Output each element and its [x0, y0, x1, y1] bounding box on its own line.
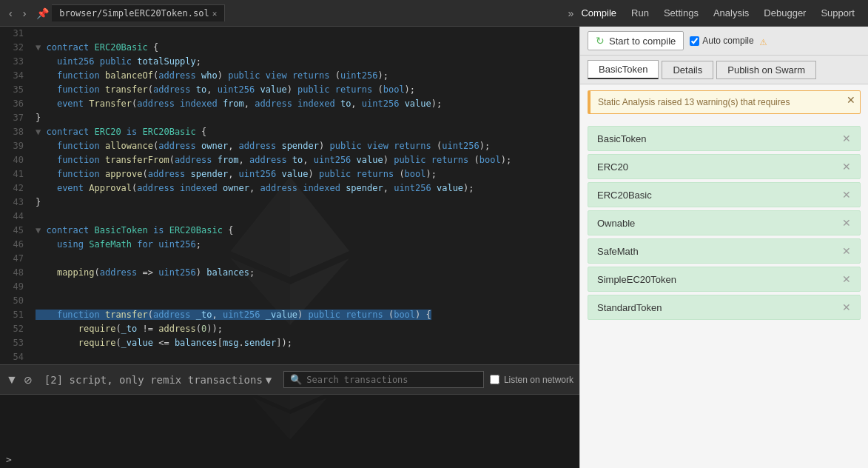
- script-dropdown[interactable]: [2] script, only remix transactions ▼: [38, 372, 277, 388]
- eth-watermark: [231, 177, 349, 327]
- dropdown-arrow-icon: ▼: [266, 374, 272, 386]
- contract-close-1[interactable]: ✕: [842, 161, 851, 173]
- warning-close-button[interactable]: ✕: [847, 94, 855, 106]
- list-item[interactable]: SafeMath ✕: [588, 238, 861, 264]
- search-icon: 🔍: [290, 374, 302, 385]
- menu-support[interactable]: Support: [813, 0, 862, 27]
- menu-run[interactable]: Run: [624, 0, 656, 27]
- contract-name-1: ERC20: [597, 161, 628, 173]
- warning-text: Static Analysis raised 13 warning(s) tha…: [598, 97, 790, 107]
- terminal-down-button[interactable]: ▼: [6, 373, 18, 387]
- terminal-circle-button[interactable]: ⊘: [24, 374, 33, 386]
- contract-name-6: StandardToken: [597, 302, 662, 313]
- contract-close-0[interactable]: ✕: [842, 133, 851, 144]
- contract-close-3[interactable]: ✕: [842, 217, 851, 229]
- tab-close-button[interactable]: ✕: [212, 9, 218, 19]
- tab-label: browser/SimpleERC20Token.sol: [59, 8, 209, 19]
- contract-name-2: ERC20Basic: [597, 190, 652, 201]
- editor-tab[interactable]: browser/SimpleERC20Token.sol ✕: [52, 4, 225, 21]
- compile-icon: ↻: [596, 35, 605, 47]
- overflow-button[interactable]: »: [568, 7, 574, 19]
- nav-controls: ‹ › 📌: [6, 6, 52, 21]
- search-input[interactable]: [306, 375, 477, 385]
- listen-on-network-label: Listen on network: [490, 375, 573, 385]
- publish-button[interactable]: Publish on Swarm: [716, 61, 816, 79]
- auto-compile-checkbox[interactable]: [690, 36, 699, 46]
- main-area: 31 32 33 34 35 36 37 38 39 40 41 42 43 4…: [0, 27, 868, 468]
- start-compile-button[interactable]: ↻ Start to compile: [588, 31, 684, 50]
- console-area: >: [0, 394, 579, 468]
- menu-analysis[interactable]: Analysis: [706, 0, 756, 27]
- listen-checkbox[interactable]: [490, 375, 499, 384]
- contract-close-6[interactable]: ✕: [842, 301, 851, 313]
- code-panel: 31 32 33 34 35 36 37 38 39 40 41 42 43 4…: [0, 27, 579, 468]
- auto-compile-text: Auto compile: [702, 36, 753, 46]
- contract-close-5[interactable]: ✕: [842, 273, 851, 285]
- code-editor[interactable]: 31 32 33 34 35 36 37 38 39 40 41 42 43 4…: [0, 27, 579, 364]
- basic-token-tab[interactable]: BasicToken: [588, 60, 659, 79]
- console-prompt: >: [0, 451, 579, 468]
- contract-close-2[interactable]: ✕: [842, 189, 851, 201]
- back-button[interactable]: ‹: [6, 6, 16, 21]
- pin-button[interactable]: 📌: [33, 6, 52, 21]
- contract-name-5: SimpleEC20Token: [597, 274, 676, 285]
- warning-banner: Static Analysis raised 13 warning(s) tha…: [588, 90, 861, 114]
- top-menu: Compile Run Settings Analysis Debugger S…: [573, 0, 862, 27]
- right-panel: ↻ Start to compile Auto compile ⚠ BasicT…: [579, 27, 868, 468]
- list-item[interactable]: ERC20 ✕: [588, 154, 861, 179]
- svg-marker-1: [231, 177, 290, 277]
- contract-name-3: Ownable: [597, 218, 635, 229]
- menu-debugger[interactable]: Debugger: [756, 0, 813, 27]
- auto-compile-label: Auto compile: [690, 36, 753, 46]
- list-item[interactable]: Ownable ✕: [588, 210, 861, 235]
- contract-name-4: SafeMath: [597, 246, 639, 257]
- line-numbers: 31 32 33 34 35 36 37 38 39 40 41 42 43 4…: [0, 27, 30, 364]
- compile-header: ↻ Start to compile Auto compile ⚠: [580, 27, 868, 56]
- contract-close-4[interactable]: ✕: [842, 245, 851, 257]
- list-item[interactable]: ERC20Basic ✕: [588, 182, 861, 207]
- contract-name-0: BasicToken: [597, 133, 646, 144]
- contract-tabs: BasicToken Details Publish on Swarm: [580, 56, 868, 84]
- warning-icon: ⚠: [760, 34, 767, 48]
- list-item[interactable]: SimpleEC20Token ✕: [588, 267, 861, 292]
- menu-compile[interactable]: Compile: [573, 0, 624, 27]
- search-box: 🔍: [283, 371, 484, 388]
- menu-settings[interactable]: Settings: [656, 0, 706, 27]
- details-button[interactable]: Details: [662, 61, 713, 79]
- compile-btn-label: Start to compile: [609, 36, 676, 47]
- listen-text: Listen on network: [504, 375, 573, 385]
- top-bar: ‹ › 📌 browser/SimpleERC20Token.sol ✕ » C…: [0, 0, 868, 27]
- list-item[interactable]: BasicToken ✕: [588, 126, 861, 151]
- script-label: [2] script, only remix transactions: [44, 374, 263, 386]
- forward-button[interactable]: ›: [20, 6, 30, 21]
- contract-list: BasicToken ✕ ERC20 ✕ ERC20Basic ✕ Ownabl…: [580, 120, 868, 326]
- list-item[interactable]: StandardToken ✕: [588, 295, 861, 320]
- prompt-symbol: >: [6, 454, 12, 465]
- terminal-bar: ▼ ⊘ [2] script, only remix transactions …: [0, 364, 579, 394]
